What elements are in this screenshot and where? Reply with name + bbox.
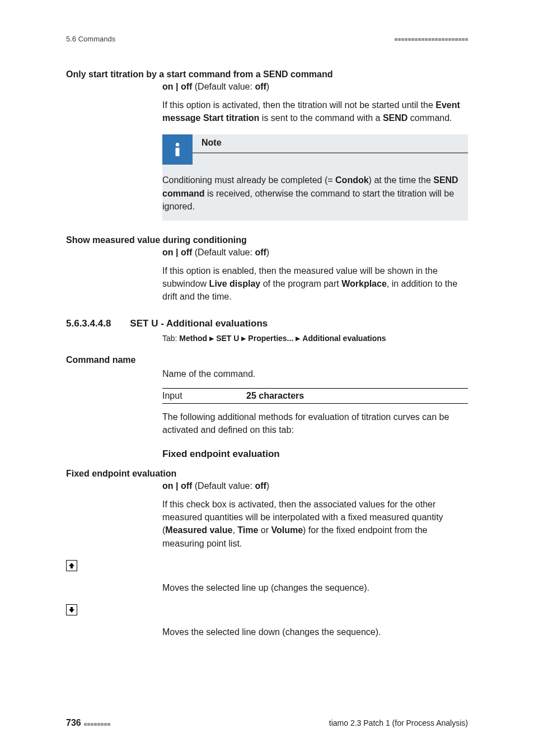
breadcrumb: Tab: Method▶SET U▶Properties...▶Addition… <box>162 334 468 343</box>
value-post: ) <box>266 481 269 491</box>
text: , <box>232 525 237 535</box>
section-number: 5.6.3.4.4.8 <box>66 318 111 329</box>
field-title-start-titration: Only start titration by a start command … <box>66 69 468 80</box>
field-title-fixed-endpoint: Fixed endpoint evaluation <box>66 469 468 479</box>
chevron-right-icon: ▶ <box>239 335 248 342</box>
text: is sent to the command with a <box>259 113 383 123</box>
crumb: SET U <box>216 334 239 343</box>
text: of the program part <box>260 279 341 288</box>
value-line: on | off (Default value: off) <box>162 481 468 491</box>
text: is received, otherwise the command to st… <box>162 189 454 211</box>
text-bold: Workplace <box>341 279 387 288</box>
value-options: on | off <box>162 82 192 91</box>
paragraph: Name of the command. <box>162 367 468 380</box>
value-post: ) <box>266 82 269 91</box>
value-default: off <box>255 248 266 257</box>
value-line: on | off (Default value: off) <box>162 248 468 258</box>
text-bold: SEND <box>383 113 407 123</box>
header-ornament <box>394 35 468 43</box>
text-bold: Measured value <box>165 525 232 535</box>
crumb: Additional evaluations <box>302 334 386 343</box>
chevron-right-icon: ▶ <box>293 335 302 342</box>
field-title-command-name: Command name <box>66 355 468 365</box>
page: 5.6 Commands Only start titration by a s… <box>0 0 534 756</box>
text: If this option is activated, then the ti… <box>162 100 435 110</box>
crumb: Properties... <box>248 334 293 343</box>
paragraph: If this check box is activated, then the… <box>162 498 468 550</box>
text-bold: Volume <box>271 525 303 535</box>
value-options: on | off <box>162 248 192 257</box>
text-bold: Time <box>237 525 258 535</box>
value-post: ) <box>266 248 269 257</box>
paragraph: If this option is activated, then the ti… <box>162 99 468 124</box>
chevron-right-icon: ▶ <box>207 335 216 342</box>
running-header: 5.6 Commands <box>66 35 115 43</box>
note-body: Conditioning must already be completed (… <box>162 165 468 213</box>
input-spec-row: Input 25 characters <box>162 388 468 404</box>
input-value: 25 characters <box>246 391 304 401</box>
value-mid: (Default value: <box>192 481 255 491</box>
note-box: Note Conditioning must already be comple… <box>162 134 468 221</box>
footer-product: tiamo 2.3 Patch 1 (for Process Analysis) <box>329 718 468 727</box>
content: Only start titration by a start command … <box>66 69 468 638</box>
value-default: off <box>255 82 266 91</box>
section-title: SET U - Additional evaluations <box>130 318 268 329</box>
page-number: 736 <box>66 718 81 727</box>
paragraph: If this option is enabled, then the meas… <box>162 264 468 304</box>
paragraph: The following additional methods for eva… <box>162 410 468 436</box>
crumb: Method <box>179 334 207 343</box>
tab-label: Tab: <box>162 334 179 343</box>
text: or <box>258 525 271 535</box>
field-title-show-measured: Show measured value during conditioning <box>66 235 468 245</box>
value-line: on | off (Default value: off) <box>162 82 468 92</box>
paragraph: Moves the selected line down (changes th… <box>162 626 468 638</box>
info-icon <box>162 134 193 165</box>
text-bold: Live display <box>209 279 261 288</box>
value-default: off <box>255 481 266 491</box>
text-bold: Condok <box>335 175 369 185</box>
text: ) at the time the <box>369 175 434 185</box>
footer: 736 tiamo 2.3 Patch 1 (for Process Analy… <box>66 718 468 728</box>
text: command. <box>407 113 452 123</box>
svg-point-0 <box>176 143 180 147</box>
subsection-heading: Fixed endpoint evaluation <box>162 449 468 460</box>
input-label: Input <box>162 391 246 401</box>
section-heading: 5.6.3.4.4.8 SET U - Additional evaluatio… <box>66 318 468 329</box>
value-mid: (Default value: <box>192 248 255 257</box>
value-mid: (Default value: <box>192 82 255 91</box>
value-options: on | off <box>162 481 192 491</box>
note-title: Note <box>193 134 468 148</box>
move-up-icon <box>66 560 77 571</box>
svg-rect-1 <box>176 148 180 156</box>
footer-ornament <box>83 718 110 727</box>
text: Conditioning must already be completed (… <box>162 175 335 185</box>
paragraph: Moves the selected line up (changes the … <box>162 581 468 594</box>
move-down-icon <box>66 604 77 615</box>
